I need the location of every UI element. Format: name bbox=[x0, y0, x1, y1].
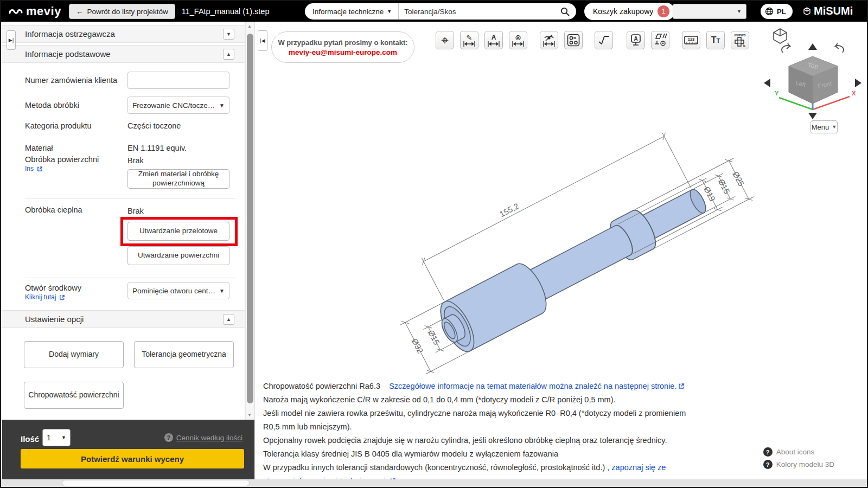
collapse-toggle-icon[interactable]: ▲ bbox=[223, 314, 234, 325]
material-info-link[interactable]: Szczegółowe informacje na temat materiał… bbox=[389, 382, 685, 390]
material-value: EN 1.1191 equiv. bbox=[127, 144, 187, 152]
dim-right-mid-label[interactable]: Ø15 bbox=[717, 177, 732, 195]
pencil-icon: ✎ bbox=[467, 34, 473, 41]
six-views-button[interactable]: 6VIEWS bbox=[731, 31, 749, 49]
surface-hardening-button[interactable]: Utwardzanie powierzchni bbox=[127, 246, 229, 265]
text-dimension-button[interactable]: A bbox=[484, 31, 503, 49]
rotate-left-icon[interactable] bbox=[782, 43, 790, 53]
scroll-up-icon[interactable]: ▲ bbox=[247, 24, 252, 29]
language-selector[interactable]: PL bbox=[761, 4, 793, 19]
chevron-down-icon: ▼ bbox=[219, 288, 225, 294]
add-dimension-button[interactable]: ✎ bbox=[460, 31, 478, 49]
sidebar-collapse-handle[interactable]: ▶| bbox=[7, 30, 16, 50]
dim-length-label[interactable]: 155,2 bbox=[498, 201, 520, 219]
note-line: Opcjonalny rowek podcięcia znajduje się … bbox=[263, 434, 687, 447]
back-to-projects-button[interactable]: ← Powrót do listy projektów bbox=[69, 4, 175, 19]
annotation-label-button[interactable]: A bbox=[627, 31, 645, 49]
about-icons-link[interactable]: ? About icons bbox=[763, 447, 834, 457]
3d-viewport[interactable]: |◀ W przypadku pytań prosimy o kontakt: … bbox=[254, 22, 866, 479]
section-header-basic[interactable]: Informacje podstawowe ▲ bbox=[2, 45, 245, 63]
rotate-left-step-icon[interactable] bbox=[764, 79, 770, 87]
section-header-warning[interactable]: Informacja ostrzegawcza ▼ bbox=[2, 25, 245, 43]
misumi-cube-icon bbox=[803, 7, 811, 16]
ins-link[interactable]: Ins bbox=[25, 165, 43, 172]
quantity-select[interactable]: 1▼ bbox=[42, 429, 71, 446]
sidebar-scrollbar[interactable]: ▲ ▼ bbox=[245, 22, 254, 420]
search-category-select[interactable]: Informacje techniczne ▼ bbox=[305, 3, 399, 20]
svg-text:A: A bbox=[634, 36, 637, 42]
through-hardening-button[interactable]: Utwardzanie przelotowe bbox=[127, 222, 229, 241]
rotate-right-icon[interactable] bbox=[835, 43, 844, 53]
rotate-up-icon[interactable] bbox=[808, 43, 817, 50]
surface-roughness-button[interactable]: Chropowatość powierzchni bbox=[24, 382, 124, 409]
view-cube[interactable]: Y X z Top Left Front bbox=[758, 28, 867, 123]
scroll-down-icon[interactable]: ▼ bbox=[247, 413, 252, 418]
method-label: Metoda obróbki bbox=[25, 101, 79, 110]
chevron-down-icon: ▼ bbox=[61, 435, 66, 440]
tolerance-icon bbox=[654, 33, 667, 47]
home-view-icon[interactable] bbox=[774, 29, 787, 43]
note-line: W przypadku innych tolerancji standardow… bbox=[263, 463, 611, 472]
chevron-down-icon: ▼ bbox=[219, 102, 225, 108]
order-number-label: Numer zamówienia klienta bbox=[25, 76, 117, 85]
panel-collapse-handle[interactable]: |◀ bbox=[258, 30, 267, 51]
orientation-cube[interactable]: Top Left Front bbox=[789, 56, 838, 104]
search-input[interactable] bbox=[399, 8, 560, 16]
dimension-arrow-icon bbox=[463, 41, 475, 47]
external-link-icon bbox=[37, 166, 43, 172]
project-select[interactable]: ▼ bbox=[673, 4, 746, 19]
note-line: Naroża mają wykończenie C/R w zakresie o… bbox=[263, 393, 687, 407]
center-hole-help-link[interactable]: Kliknij tutaj bbox=[25, 293, 65, 301]
scrollbar-thumb[interactable] bbox=[247, 34, 253, 403]
contact-email[interactable]: meviy-eu@misumi-europe.com bbox=[289, 48, 397, 56]
confirm-quote-button[interactable]: Potwierdź warunki wyceny bbox=[21, 449, 244, 468]
expand-toggle-icon[interactable]: ▼ bbox=[223, 29, 234, 40]
horizontal-scrollbar-thumb[interactable] bbox=[62, 480, 250, 486]
change-material-button[interactable]: Zmień materiał i obróbkę powierzchniową bbox=[127, 169, 229, 189]
surface-finish-button[interactable] bbox=[595, 31, 613, 49]
method-select[interactable]: Frezowanie CNC/tocze…▼ bbox=[127, 97, 229, 114]
dim-left-outer-label[interactable]: Ø32 bbox=[410, 337, 425, 355]
dim-left-inner-label[interactable]: Ø15 bbox=[426, 329, 442, 346]
text-size-button[interactable]: TT bbox=[706, 31, 725, 49]
label-board-icon: A bbox=[630, 34, 642, 47]
viewport-menu-button[interactable]: Menu▼ bbox=[810, 120, 838, 133]
cart-button[interactable]: Koszyk zakupowy 1 bbox=[584, 3, 675, 20]
measure-button[interactable]: 123 bbox=[682, 31, 700, 49]
hide-dimension-button[interactable] bbox=[540, 31, 558, 49]
pattern-holes-button[interactable] bbox=[564, 31, 583, 49]
add-dimensions-button[interactable]: Dodaj wymiary bbox=[24, 341, 124, 368]
chevron-down-icon: ▼ bbox=[832, 124, 837, 130]
misumi-logo[interactable]: MiSUMi bbox=[803, 5, 853, 17]
svg-text:123: 123 bbox=[688, 37, 695, 42]
rotate-right-step-icon[interactable] bbox=[855, 79, 861, 87]
quantity-pricing-link[interactable]: ? Cennik według ilości bbox=[164, 433, 242, 442]
chevron-down-icon: ▼ bbox=[737, 9, 742, 14]
external-link-icon bbox=[59, 294, 65, 300]
help-icon: ? bbox=[763, 447, 773, 457]
cube-face-top[interactable]: Top bbox=[807, 61, 819, 70]
back-arrow-icon: ← bbox=[76, 8, 84, 16]
search-icon[interactable] bbox=[560, 7, 570, 16]
geometric-tolerance-tool-button[interactable] bbox=[651, 31, 669, 49]
center-hole-select[interactable]: Pominięcie otworu cent…▼ bbox=[127, 282, 229, 299]
collapse-toggle-icon[interactable]: ▲ bbox=[223, 49, 234, 60]
part-model[interactable]: 155,2 Ø19 Ø15 Ø25 Ø15 Ø32 bbox=[349, 123, 788, 383]
datum-target-button[interactable]: ⌖ bbox=[436, 31, 454, 49]
quantity-bar: Ilość 1▼ ? Cennik według ilości Potwierd… bbox=[2, 420, 254, 479]
category-value: Części toczone bbox=[127, 121, 181, 130]
contact-text: W przypadku pytań prosimy o kontakt: bbox=[278, 38, 407, 47]
order-number-input[interactable] bbox=[127, 72, 229, 89]
dimension-arrow-icon bbox=[488, 41, 500, 47]
section-header-options[interactable]: Ustawienie opcji ▲ bbox=[2, 310, 245, 328]
dim-right-outer-label[interactable]: Ø25 bbox=[731, 170, 746, 188]
geometric-tolerance-button[interactable]: Tolerancja geometryczna bbox=[134, 341, 234, 368]
meviy-logo[interactable]: meviy bbox=[9, 4, 61, 18]
settings-sidebar: ▶| Informacja ostrzegawcza ▼ Informacje … bbox=[2, 22, 245, 420]
horizontal-scrollbar[interactable] bbox=[1, 479, 867, 487]
dim-right-inner-label[interactable]: Ø19 bbox=[702, 185, 717, 203]
rotate-down-icon[interactable] bbox=[808, 113, 817, 119]
delete-dimension-button[interactable]: ⊗ bbox=[509, 31, 527, 49]
divider bbox=[25, 278, 235, 278]
model-colors-link[interactable]: ? Kolory modelu 3D bbox=[763, 460, 834, 469]
